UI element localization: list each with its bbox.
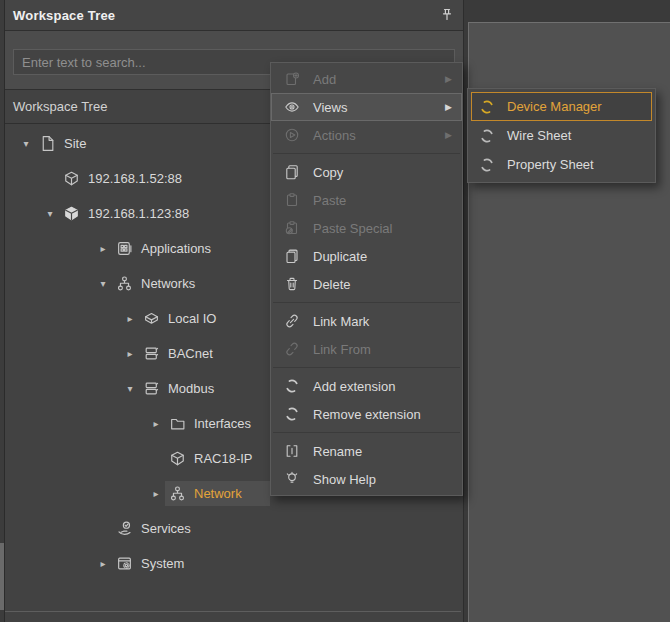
menu-item-views[interactable]: Views▶ bbox=[271, 93, 462, 121]
collapsed-arrow-icon[interactable]: ▸ bbox=[147, 488, 165, 499]
tree-item-label: Services bbox=[141, 521, 191, 536]
duplicate-icon bbox=[283, 248, 300, 265]
collapsed-arrow-icon[interactable]: ▸ bbox=[121, 313, 139, 324]
tree-item-label: BACnet bbox=[168, 346, 213, 361]
menu-separator bbox=[273, 367, 460, 368]
collapsed-arrow-icon[interactable]: ▸ bbox=[94, 558, 112, 569]
collapsed-arrow-icon[interactable]: ▸ bbox=[94, 243, 112, 254]
tree-item-body[interactable]: BACnet bbox=[139, 341, 219, 366]
menu-item-delete[interactable]: Delete bbox=[271, 270, 462, 298]
tree-item-label: Network bbox=[194, 486, 242, 501]
menu-item-label: Paste Special bbox=[313, 221, 393, 236]
submenu-item-wire-sheet[interactable]: Wire Sheet bbox=[471, 121, 652, 150]
menu-item-rename[interactable]: Rename bbox=[271, 437, 462, 465]
tree-item-label: Interfaces bbox=[194, 416, 251, 431]
menu-item-label: Actions bbox=[313, 128, 356, 143]
network-icon bbox=[116, 275, 133, 292]
menu-item-link-from: Link From bbox=[271, 335, 462, 363]
menu-item-label: Views bbox=[313, 100, 347, 115]
menu-item-copy[interactable]: Copy bbox=[271, 158, 462, 186]
collapsed-arrow-icon[interactable]: ▸ bbox=[121, 348, 139, 359]
tree-item-label: Applications bbox=[141, 241, 211, 256]
menu-item-label: Add extension bbox=[313, 379, 395, 394]
view-spinner-icon bbox=[479, 128, 495, 144]
menu-item-label: Paste bbox=[313, 193, 346, 208]
view-spinner-icon bbox=[479, 157, 495, 173]
station-cube-filled-icon bbox=[63, 205, 80, 222]
extension-spinner-icon bbox=[283, 378, 300, 395]
paste-special-icon bbox=[283, 220, 300, 237]
menu-separator bbox=[273, 432, 460, 433]
panel-header: Workspace Tree bbox=[5, 0, 463, 31]
tree-item-label: Local IO bbox=[168, 311, 216, 326]
menu-item-label: Link Mark bbox=[313, 314, 369, 329]
tree-item-system[interactable]: ▸System bbox=[5, 546, 463, 581]
menu-item-label: Delete bbox=[313, 277, 351, 292]
tree-item-body[interactable]: Applications bbox=[112, 236, 217, 261]
pin-icon[interactable] bbox=[439, 7, 455, 23]
tree-item-label: Networks bbox=[141, 276, 195, 291]
rename-icon bbox=[283, 443, 300, 460]
submenu-item-label: Property Sheet bbox=[507, 157, 594, 172]
menu-item-duplicate[interactable]: Duplicate bbox=[271, 242, 462, 270]
menu-separator bbox=[273, 153, 460, 154]
submenu-arrow-icon: ▶ bbox=[445, 74, 452, 84]
network-icon bbox=[169, 485, 186, 502]
context-menu: Add▶Views▶Actions▶CopyPastePaste Special… bbox=[270, 62, 463, 496]
tree-item-body[interactable]: Modbus bbox=[139, 376, 220, 401]
tree-selection-highlight[interactable]: Network bbox=[165, 481, 270, 506]
application-window: Workspace Tree Workspace Tree ▾Site192.1… bbox=[0, 0, 670, 622]
link-mark-icon bbox=[283, 313, 300, 330]
document-icon bbox=[39, 135, 56, 152]
menu-item-show-help[interactable]: Show Help bbox=[271, 465, 462, 493]
menu-item-label: Link From bbox=[313, 342, 371, 357]
tree-item-body[interactable]: System bbox=[112, 551, 190, 576]
folder-icon bbox=[169, 415, 186, 432]
views-submenu: Device ManagerWire SheetProperty Sheet bbox=[467, 88, 656, 183]
extension-spinner-icon bbox=[283, 406, 300, 423]
menu-item-add-extension[interactable]: Add extension bbox=[271, 372, 462, 400]
menu-item-label: Remove extension bbox=[313, 407, 421, 422]
views-eye-icon bbox=[283, 99, 300, 116]
applications-icon bbox=[116, 240, 133, 257]
tree-item-body[interactable]: 192.168.1.52:88 bbox=[59, 166, 188, 191]
protocol-stack-icon bbox=[143, 380, 160, 397]
protocol-stack-icon bbox=[143, 345, 160, 362]
menu-separator bbox=[273, 302, 460, 303]
tree-item-body[interactable]: 192.168.1.123:88 bbox=[59, 201, 195, 226]
help-bulb-icon bbox=[283, 471, 300, 488]
expanded-arrow-icon[interactable]: ▾ bbox=[94, 278, 112, 289]
tree-item-label: 192.168.1.52:88 bbox=[88, 171, 182, 186]
menu-item-link-mark[interactable]: Link Mark bbox=[271, 307, 462, 335]
services-icon bbox=[116, 520, 133, 537]
tree-item-label: RAC18-IP bbox=[194, 451, 253, 466]
submenu-arrow-icon: ▶ bbox=[445, 102, 452, 112]
actions-play-icon bbox=[283, 127, 300, 144]
menu-item-label: Show Help bbox=[313, 472, 376, 487]
menu-item-add: Add▶ bbox=[271, 65, 462, 93]
submenu-item-label: Wire Sheet bbox=[507, 128, 571, 143]
panel-title: Workspace Tree bbox=[13, 8, 115, 23]
tree-item-body[interactable]: Local IO bbox=[139, 306, 222, 331]
tree-item-body[interactable]: Networks bbox=[112, 271, 201, 296]
paste-icon bbox=[283, 192, 300, 209]
view-spinner-icon bbox=[479, 99, 495, 115]
tree-item-body[interactable]: RAC18-IP bbox=[165, 446, 259, 471]
submenu-item-device-manager[interactable]: Device Manager bbox=[471, 92, 652, 121]
expanded-arrow-icon[interactable]: ▾ bbox=[41, 208, 59, 219]
tree-item-body[interactable]: Interfaces bbox=[165, 411, 257, 436]
add-icon bbox=[283, 71, 300, 88]
submenu-item-label: Device Manager bbox=[507, 99, 602, 114]
copy-icon bbox=[283, 164, 300, 181]
submenu-item-property-sheet[interactable]: Property Sheet bbox=[471, 150, 652, 179]
expanded-arrow-icon[interactable]: ▾ bbox=[17, 138, 35, 149]
tree-item-body[interactable]: Site bbox=[35, 131, 92, 156]
tree-item-services[interactable]: Services bbox=[5, 511, 463, 546]
expanded-arrow-icon[interactable]: ▾ bbox=[121, 383, 139, 394]
menu-item-paste: Paste bbox=[271, 186, 462, 214]
collapsed-arrow-icon[interactable]: ▸ bbox=[147, 418, 165, 429]
menu-item-remove-extension[interactable]: Remove extension bbox=[271, 400, 462, 428]
left-scrollbar-thumb[interactable] bbox=[0, 543, 4, 610]
divider bbox=[5, 611, 461, 612]
tree-item-body[interactable]: Services bbox=[112, 516, 197, 541]
